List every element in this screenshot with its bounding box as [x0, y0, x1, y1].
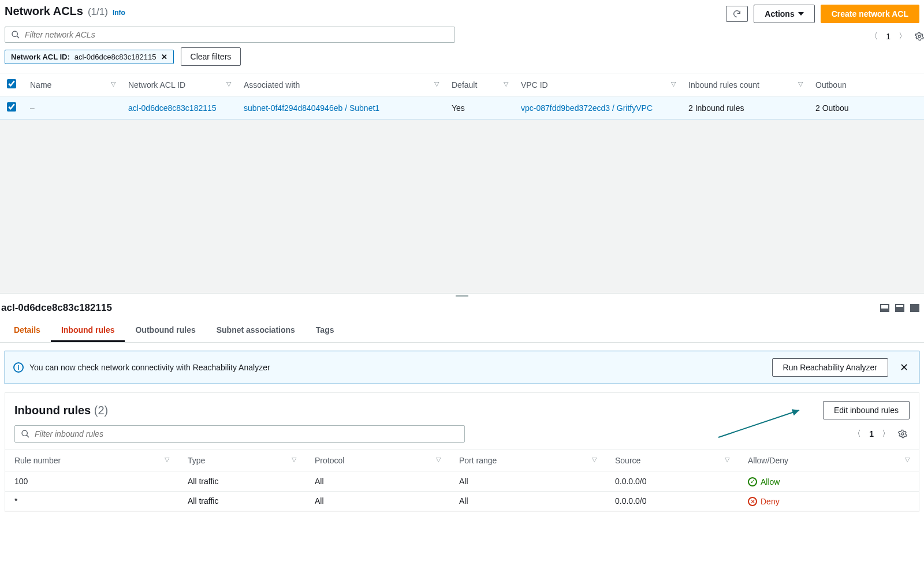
- alert-text: You can now check network connectivity w…: [29, 363, 270, 372]
- rules-prev-page-icon[interactable]: 〈: [853, 429, 861, 439]
- rules-next-page-icon[interactable]: 〉: [882, 429, 890, 439]
- inbound-search-wrap[interactable]: [14, 425, 465, 443]
- table-row[interactable]: – acl-0d6dce8c83c182115 subnet-0f4f294d8…: [0, 96, 924, 120]
- col-assoc[interactable]: Associated with: [244, 80, 300, 90]
- cell-protocol: All: [305, 491, 450, 511]
- sort-icon[interactable]: ▽: [436, 456, 441, 463]
- search-icon: [21, 429, 30, 439]
- gear-icon[interactable]: [898, 429, 907, 439]
- rules-page-number: 1: [869, 429, 874, 439]
- col-inbound-count[interactable]: Inbound rules count: [688, 80, 759, 90]
- row-checkbox[interactable]: [7, 102, 16, 112]
- page-number: 1: [886, 32, 891, 41]
- tab-subnet-assoc[interactable]: Subnet associations: [206, 319, 305, 342]
- reachability-alert: i You can now check network connectivity…: [5, 351, 919, 384]
- col-vpc[interactable]: VPC ID: [521, 80, 548, 90]
- col-source[interactable]: Source: [615, 456, 640, 465]
- edit-inbound-rules-button[interactable]: Edit inbound rules: [823, 401, 910, 419]
- sort-icon[interactable]: ▽: [725, 456, 729, 463]
- col-protocol[interactable]: Protocol: [315, 456, 344, 465]
- tab-inbound[interactable]: Inbound rules: [51, 319, 125, 342]
- nacl-table: Name▽ Network ACL ID▽ Associated with▽ D…: [0, 73, 924, 120]
- next-page-icon[interactable]: 〉: [899, 31, 907, 42]
- sort-icon[interactable]: ▽: [111, 80, 116, 88]
- filter-nacl-input[interactable]: [25, 30, 449, 39]
- allow-badge: ✓Allow: [748, 477, 780, 486]
- layout-half-icon[interactable]: [895, 304, 904, 312]
- page-title-count: (1/1): [88, 6, 108, 18]
- clear-filters-button[interactable]: Clear filters: [181, 47, 241, 66]
- sort-icon[interactable]: ▽: [226, 80, 231, 88]
- cell-inbound-count: 2 Inbound rules: [681, 96, 808, 120]
- actions-button[interactable]: Actions: [754, 5, 814, 23]
- cell-vpc-link[interactable]: vpc-087fdd9bed372ecd3 / GritfyVPC: [521, 103, 653, 113]
- inbound-rules-panel: Inbound rules (2) Edit inbound rules 〈 1…: [5, 392, 919, 511]
- filter-chip-label: Network ACL ID:: [11, 53, 70, 61]
- cell-port: All: [450, 471, 606, 492]
- info-icon: i: [13, 362, 24, 373]
- tab-tags[interactable]: Tags: [305, 319, 345, 342]
- cross-icon: ✕: [748, 497, 757, 506]
- sort-icon[interactable]: ▽: [165, 456, 169, 463]
- col-name[interactable]: Name: [30, 80, 51, 90]
- cell-default: Yes: [445, 96, 514, 120]
- svg-point-3: [22, 430, 27, 436]
- sort-icon[interactable]: ▽: [798, 80, 803, 88]
- grip-icon: [456, 295, 468, 297]
- cell-type: All traffic: [178, 491, 305, 511]
- refresh-icon: [732, 9, 742, 18]
- search-input-wrap[interactable]: [5, 27, 455, 43]
- search-icon: [11, 30, 20, 39]
- cell-assoc-link[interactable]: subnet-0f4f294d8404946eb / Subnet1: [244, 103, 379, 113]
- refresh-button[interactable]: [726, 6, 748, 22]
- svg-point-2: [918, 35, 921, 38]
- col-nacl-id[interactable]: Network ACL ID: [128, 80, 185, 90]
- detail-tabs: Details Inbound rules Outbound rules Sub…: [0, 314, 924, 343]
- cell-source: 0.0.0.0/0: [606, 471, 739, 492]
- cell-port: All: [450, 491, 606, 511]
- prev-page-icon[interactable]: 〈: [870, 31, 878, 42]
- inbound-rules-table: Rule number▽ Type▽ Protocol▽ Port range▽…: [5, 449, 919, 511]
- sort-icon[interactable]: ▽: [434, 80, 439, 88]
- col-port[interactable]: Port range: [459, 456, 497, 465]
- cell-type: All traffic: [178, 471, 305, 492]
- detail-title: acl-0d6dce8c83c182115: [1, 302, 112, 314]
- sort-icon[interactable]: ▽: [292, 456, 296, 463]
- run-reachability-button[interactable]: Run Reachability Analyzer: [772, 358, 888, 377]
- sort-icon[interactable]: ▽: [671, 80, 676, 88]
- filter-chip-nacl-id[interactable]: Network ACL ID: acl-0d6dce8c83c182115 ✕: [5, 50, 174, 64]
- pane-splitter[interactable]: [0, 293, 924, 299]
- create-nacl-button[interactable]: Create network ACL: [821, 5, 919, 23]
- gear-icon[interactable]: [915, 32, 924, 41]
- layout-bottom-icon[interactable]: [880, 304, 889, 312]
- sort-icon[interactable]: ▽: [592, 456, 597, 463]
- info-link[interactable]: Info: [113, 9, 125, 17]
- layout-full-icon[interactable]: [910, 304, 919, 312]
- chevron-down-icon: [798, 12, 804, 16]
- col-allow[interactable]: Allow/Deny: [748, 456, 788, 465]
- sort-icon[interactable]: ▽: [905, 456, 910, 463]
- select-all-checkbox[interactable]: [7, 79, 16, 88]
- col-outbound-count[interactable]: Outboun: [815, 80, 847, 90]
- tab-outbound[interactable]: Outbound rules: [125, 319, 206, 342]
- actions-label: Actions: [765, 8, 794, 20]
- cell-rule-no: *: [5, 491, 178, 511]
- alert-close-icon[interactable]: ✕: [897, 361, 911, 374]
- col-type[interactable]: Type: [188, 456, 205, 465]
- cell-name: –: [23, 96, 121, 120]
- cell-nacl-id-link[interactable]: acl-0d6dce8c83c182115: [128, 103, 217, 113]
- tab-details[interactable]: Details: [3, 319, 51, 342]
- cell-rule-no: 100: [5, 471, 178, 492]
- rule-row[interactable]: 100 All traffic All All 0.0.0.0/0 ✓Allow: [5, 471, 919, 492]
- sort-icon[interactable]: ▽: [504, 80, 508, 88]
- cell-protocol: All: [305, 471, 450, 492]
- col-rule-number[interactable]: Rule number: [14, 456, 61, 465]
- filter-inbound-input[interactable]: [35, 429, 459, 439]
- svg-point-0: [12, 31, 17, 36]
- rule-row[interactable]: * All traffic All All 0.0.0.0/0 ✕Deny: [5, 491, 919, 511]
- filter-chip-remove-icon[interactable]: ✕: [161, 53, 167, 61]
- check-icon: ✓: [748, 477, 757, 486]
- filter-chip-value: acl-0d6dce8c83c182115: [74, 53, 157, 61]
- cell-source: 0.0.0.0/0: [606, 491, 739, 511]
- col-default[interactable]: Default: [452, 80, 477, 90]
